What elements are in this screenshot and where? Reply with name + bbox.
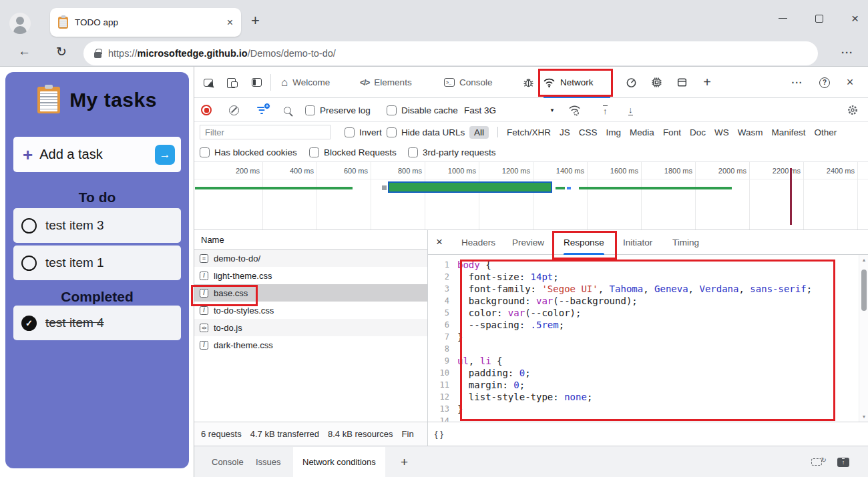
export-har-icon[interactable]: ↑: [603, 98, 608, 122]
application-icon[interactable]: [672, 67, 691, 98]
scrollbar-thumb[interactable]: [861, 270, 867, 311]
filter-pill-media[interactable]: Media: [630, 127, 654, 137]
scroll-up-icon[interactable]: ▲: [859, 258, 868, 262]
browser-menu-icon[interactable]: ···: [841, 47, 853, 58]
search-icon[interactable]: [284, 98, 291, 122]
close-details-icon[interactable]: ×: [436, 235, 443, 249]
format-code-button[interactable]: { }: [435, 429, 443, 439]
checkbox-icon[interactable]: [408, 147, 418, 157]
clear-network-log-icon[interactable]: [229, 98, 239, 122]
help-icon[interactable]: ?: [815, 67, 834, 98]
request-row-dark-theme-css[interactable]: /dark-theme.css: [194, 336, 427, 354]
task-checked-icon[interactable]: ✓: [21, 316, 37, 331]
url-bar[interactable]: https://microsoftedge.github.io/Demos/de…: [83, 41, 818, 65]
filter-pill-doc[interactable]: Doc: [690, 127, 706, 137]
tab-elements[interactable]: </> Elements: [360, 67, 412, 98]
checkbox-icon[interactable]: [345, 127, 355, 137]
throttling-select[interactable]: Fast 3G ▼: [464, 98, 555, 122]
column-header-name[interactable]: Name: [194, 230, 427, 250]
new-tab-button[interactable]: +: [251, 12, 260, 29]
advanced-filter-3rd-party-requests[interactable]: 3rd-party requests: [408, 142, 496, 162]
drawer-tab-network-conditions[interactable]: Network conditions: [293, 447, 385, 477]
timeline-gridline: [533, 162, 533, 229]
filter-pill-fetch-xhr[interactable]: Fetch/XHR: [507, 127, 551, 137]
add-task-input[interactable]: + Add a task →: [13, 137, 181, 172]
profile-avatar[interactable]: [9, 13, 31, 34]
stop-recording-icon[interactable]: [201, 98, 212, 122]
tab-welcome[interactable]: ⌂ Welcome: [281, 67, 330, 98]
filter-pill-all[interactable]: All: [469, 126, 489, 139]
filter-pill-manifest[interactable]: Manifest: [771, 127, 805, 137]
task-checkbox[interactable]: [21, 256, 37, 271]
completed-item[interactable]: ✓ test item 4: [13, 306, 181, 340]
drawer-dashed-box-icon[interactable]: ↻: [807, 446, 827, 477]
window-maximize-icon[interactable]: [815, 15, 823, 23]
details-tab-preview[interactable]: Preview: [512, 230, 544, 255]
inspect-element-icon[interactable]: [200, 67, 217, 98]
request-type-pills: AllFetch/XHRJSCSSImgMediaFontDocWSWasmMa…: [469, 122, 867, 142]
network-conditions-icon[interactable]: [568, 98, 581, 122]
invert-checkbox[interactable]: Invert: [345, 122, 382, 142]
todo-item[interactable]: test item 3: [13, 208, 181, 243]
filter-pill-font[interactable]: Font: [663, 127, 681, 137]
line-number: 6: [428, 319, 457, 331]
request-row-demo-to-do[interactable]: ≡demo-to-do/: [194, 250, 427, 267]
memory-chip-icon[interactable]: [647, 67, 666, 98]
lock-icon[interactable]: [94, 52, 101, 58]
drawer-tab-issues[interactable]: Issues: [246, 447, 290, 477]
request-row-base-css[interactable]: /base.css: [194, 284, 427, 302]
filter-pill-other[interactable]: Other: [814, 127, 837, 137]
scrollbar[interactable]: ▲ ▼: [859, 255, 868, 422]
filter-pill-img[interactable]: Img: [606, 127, 622, 137]
hide-data-urls-checkbox[interactable]: Hide data URLs: [387, 122, 465, 142]
bug-icon[interactable]: [519, 67, 537, 98]
add-task-submit-button[interactable]: →: [155, 145, 175, 165]
more-tabs-plus-icon[interactable]: +: [698, 67, 716, 98]
filter-pill-ws[interactable]: WS: [714, 127, 729, 137]
drawer-add-tab-icon[interactable]: +: [401, 446, 408, 477]
window-minimize-icon[interactable]: [779, 18, 787, 19]
back-icon[interactable]: ←: [18, 44, 31, 59]
filter-toggle-icon[interactable]: ×: [256, 98, 267, 122]
preserve-log-checkbox[interactable]: Preserve log: [305, 98, 371, 122]
drawer-tab-console[interactable]: Console: [202, 447, 253, 477]
details-tab-timing[interactable]: Timing: [672, 230, 699, 255]
device-emulation-icon[interactable]: [224, 67, 241, 98]
todo-item[interactable]: test item 1: [13, 246, 181, 280]
details-tab-response[interactable]: Response: [564, 230, 604, 255]
import-har-icon[interactable]: ↓: [628, 98, 633, 122]
refresh-icon[interactable]: ↻: [56, 44, 67, 59]
checkbox-icon[interactable]: [309, 147, 319, 157]
task-checkbox[interactable]: [21, 218, 37, 233]
response-code-viewer[interactable]: 1body {2 font-size: 14pt;3 font-family: …: [428, 255, 859, 422]
devtools-close-icon[interactable]: ×: [841, 67, 859, 98]
filter-pill-js[interactable]: JS: [560, 127, 570, 137]
browser-tab[interactable]: TODO app ×: [50, 8, 241, 37]
expand-drawer-icon[interactable]: ↑: [833, 446, 853, 477]
filter-pill-css[interactable]: CSS: [579, 127, 598, 137]
details-tab-headers[interactable]: Headers: [461, 230, 495, 255]
window-close-icon[interactable]: ×: [851, 12, 859, 25]
devtools-more-icon[interactable]: ···: [787, 67, 807, 98]
filter-pill-wasm[interactable]: Wasm: [738, 127, 763, 137]
checkbox-icon[interactable]: [305, 105, 315, 115]
request-row-to-do-styles-css[interactable]: /to-do-styles.css: [194, 302, 427, 319]
tab-close-icon[interactable]: ×: [227, 17, 233, 28]
dock-panel-icon[interactable]: [248, 67, 265, 98]
details-tab-initiator[interactable]: Initiator: [623, 230, 652, 255]
request-row-to-do-js[interactable]: <>to-do.js: [194, 319, 427, 336]
scroll-down-icon[interactable]: ▼: [859, 414, 868, 419]
network-settings-gear-icon[interactable]: [847, 98, 859, 122]
request-row-light-theme-css[interactable]: /light-theme.css: [194, 267, 427, 284]
network-overview-timeline[interactable]: 200 ms400 ms600 ms800 ms1000 ms1200 ms14…: [194, 162, 868, 230]
tab-network[interactable]: Network: [543, 67, 611, 98]
advanced-filter-has-blocked-cookies[interactable]: Has blocked cookies: [200, 142, 297, 162]
performance-icon[interactable]: [622, 67, 640, 98]
checkbox-icon[interactable]: [200, 147, 210, 157]
tab-console[interactable]: >_ Console: [444, 67, 493, 98]
disable-cache-checkbox[interactable]: Disable cache: [387, 98, 458, 122]
checkbox-icon[interactable]: [387, 127, 397, 137]
filter-input[interactable]: [200, 125, 331, 139]
advanced-filter-blocked-requests[interactable]: Blocked Requests: [309, 142, 397, 162]
checkbox-icon[interactable]: [387, 105, 397, 115]
